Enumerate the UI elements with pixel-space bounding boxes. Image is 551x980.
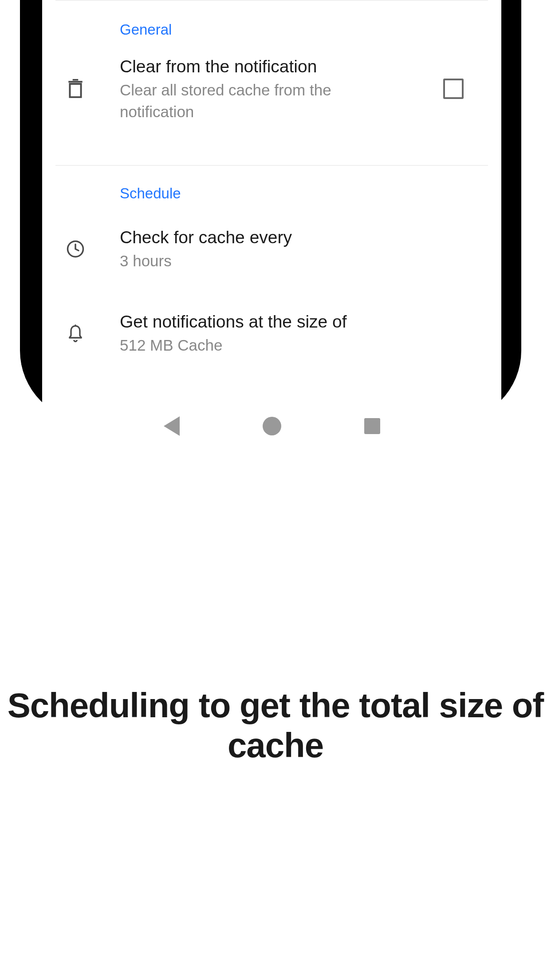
setting-notification-size[interactable]: Get notifications at the size of 512 MB … [64, 311, 481, 356]
setting-title: Clear from the notification [120, 55, 443, 78]
setting-clear-notification[interactable]: Clear from the notification Clear all st… [64, 55, 481, 122]
section-header-schedule: Schedule [120, 185, 181, 202]
nav-back-button[interactable] [164, 416, 180, 436]
phone-screen: General Clear from the notification Clea… [42, 0, 501, 455]
setting-title: Check for cache every [120, 226, 481, 249]
nav-home-button[interactable] [263, 417, 281, 435]
setting-subtitle: 3 hours [120, 250, 481, 272]
divider [55, 0, 488, 0]
trash-icon [64, 78, 87, 100]
setting-subtitle: Clear all stored cache from the notifica… [120, 79, 342, 122]
setting-title: Get notifications at the size of [120, 311, 481, 333]
setting-subtitle: 512 MB Cache [120, 334, 481, 356]
navigation-bar [42, 408, 501, 444]
nav-recent-button[interactable] [364, 418, 380, 434]
bell-icon [64, 322, 87, 344]
setting-check-cache[interactable]: Check for cache every 3 hours [64, 226, 481, 272]
section-header-general: General [120, 21, 172, 38]
promo-headline: Scheduling to get the total size of cach… [0, 686, 551, 765]
checkbox-clear-notification[interactable] [443, 79, 464, 99]
clock-icon [64, 238, 87, 260]
divider [55, 165, 488, 166]
